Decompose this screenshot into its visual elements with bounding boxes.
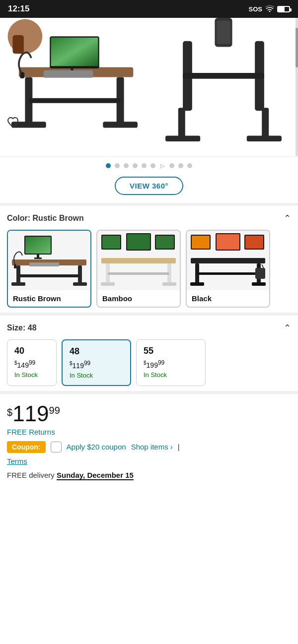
color-option-img-rustic-brown xyxy=(8,231,90,290)
product-image-area xyxy=(0,18,298,157)
size-section: Size: 48 ⌃ 40 $14999 In Stock 48 $11999 … xyxy=(0,316,298,391)
size-price-cents-40: 99 xyxy=(29,359,35,366)
free-returns: FREE Returns xyxy=(7,428,291,436)
svg-rect-55 xyxy=(245,236,263,249)
color-label-bamboo: Bamboo xyxy=(97,290,180,307)
size-num-48: 48 xyxy=(70,346,123,357)
terms-link[interactable]: Terms xyxy=(7,457,27,465)
svg-rect-28 xyxy=(37,255,39,258)
size-price-cents-55: 99 xyxy=(158,359,164,366)
svg-rect-35 xyxy=(18,274,80,277)
svg-rect-10 xyxy=(44,70,93,78)
coupon-checkbox[interactable] xyxy=(51,442,62,452)
dot-7[interactable] xyxy=(169,163,174,168)
delivery-date: Sunday, December 15 xyxy=(57,471,134,480)
color-option-rustic-brown[interactable]: Rustic Brown xyxy=(7,230,91,308)
size-price-whole-40: 149 xyxy=(17,361,29,369)
size-num-40: 40 xyxy=(14,346,49,356)
coupon-divider: | xyxy=(178,443,180,451)
sos-label: SOS xyxy=(249,5,262,13)
dot-8[interactable] xyxy=(178,163,183,168)
coupon-apply-text[interactable]: Apply $20 coupon xyxy=(67,443,126,451)
dot-1[interactable] xyxy=(115,163,120,168)
svg-rect-48 xyxy=(162,282,176,286)
color-chevron-icon[interactable]: ⌃ xyxy=(284,213,291,224)
price-dollar-sign: $ xyxy=(7,407,12,418)
svg-rect-27 xyxy=(25,237,51,254)
size-selected-value: 48 xyxy=(28,323,37,332)
color-option-bamboo[interactable]: Bamboo xyxy=(96,230,181,308)
dot-4[interactable] xyxy=(142,163,147,168)
dot-9[interactable] xyxy=(187,163,192,168)
svg-rect-61 xyxy=(197,272,259,275)
svg-rect-6 xyxy=(51,38,98,66)
product-image-right xyxy=(149,18,298,156)
svg-rect-62 xyxy=(255,268,265,279)
coupon-row: Coupon: Apply $20 coupon Shop items › | xyxy=(7,441,291,453)
svg-rect-9 xyxy=(20,72,24,78)
size-num-55: 55 xyxy=(144,346,198,356)
size-stock-40: In Stock xyxy=(14,371,49,379)
svg-rect-53 xyxy=(217,234,239,250)
coupon-badge: Coupon: xyxy=(7,441,46,453)
svg-rect-14 xyxy=(103,122,138,128)
color-option-black[interactable]: Black xyxy=(186,230,270,308)
svg-rect-22 xyxy=(165,135,200,141)
wifi-icon xyxy=(265,5,274,13)
size-price-55: $19999 xyxy=(144,359,198,369)
price-section: $ 119 99 FREE Returns Coupon: Apply $20 … xyxy=(0,394,298,492)
size-price-cents-48: 99 xyxy=(84,360,90,367)
terms-row: Terms xyxy=(7,457,291,466)
color-label-prefix: Color: xyxy=(7,214,33,222)
svg-rect-2 xyxy=(13,35,24,54)
dot-0[interactable] xyxy=(106,163,111,168)
color-option-img-black xyxy=(187,231,269,290)
dot-2[interactable] xyxy=(124,163,129,168)
color-selected-value: Rustic Brown xyxy=(33,214,84,222)
desk-image-right xyxy=(149,18,298,151)
shop-items-link[interactable]: Shop items › xyxy=(131,443,173,451)
size-option-55[interactable]: 55 $19999 In Stock xyxy=(136,339,206,386)
price-whole: 119 xyxy=(12,403,49,425)
size-options-list: 40 $14999 In Stock 48 $11999 In Stock 55… xyxy=(7,339,291,386)
svg-rect-58 xyxy=(190,282,204,286)
size-chevron-icon[interactable]: ⌃ xyxy=(284,322,291,333)
size-label-prefix: Size: xyxy=(7,323,28,332)
size-price-40: $14999 xyxy=(14,359,49,369)
svg-rect-21 xyxy=(178,108,185,139)
color-section: Color: Rustic Brown ⌃ xyxy=(0,206,298,313)
dot-5[interactable] xyxy=(150,163,155,168)
color-section-header: Color: Rustic Brown ⌃ xyxy=(7,213,291,224)
scrollbar-thumb xyxy=(296,28,298,67)
svg-rect-32 xyxy=(11,282,25,286)
size-stock-55: In Stock xyxy=(144,371,198,379)
svg-rect-37 xyxy=(29,262,59,266)
dot-play[interactable]: ▷ xyxy=(159,163,165,169)
status-bar: 12:15 SOS xyxy=(0,0,298,18)
svg-rect-17 xyxy=(217,21,230,44)
size-price-whole-55: 199 xyxy=(147,361,158,369)
color-options-list: Rustic Brown xyxy=(7,230,291,308)
wishlist-button[interactable] xyxy=(7,117,20,131)
size-option-40[interactable]: 40 $14999 In Stock xyxy=(7,339,57,386)
image-dots: ▷ xyxy=(0,157,298,173)
scrollbar[interactable] xyxy=(296,18,298,156)
svg-rect-29 xyxy=(34,258,42,259)
svg-point-0 xyxy=(269,10,271,12)
size-option-48[interactable]: 48 $11999 In Stock xyxy=(62,339,131,386)
price-frac: 99 xyxy=(49,405,60,416)
status-time: 12:15 xyxy=(8,4,29,14)
svg-rect-15 xyxy=(29,98,120,103)
view360-row: VIEW 360° xyxy=(0,173,298,203)
delivery-prefix: FREE delivery xyxy=(7,471,57,479)
size-section-header: Size: 48 ⌃ xyxy=(7,322,291,333)
svg-rect-36 xyxy=(14,264,16,268)
dot-3[interactable] xyxy=(133,163,138,168)
svg-rect-46 xyxy=(101,282,115,286)
svg-rect-34 xyxy=(73,282,87,286)
size-stock-48: In Stock xyxy=(70,372,123,379)
view360-button[interactable]: VIEW 360° xyxy=(115,177,183,195)
status-right: SOS xyxy=(249,5,290,13)
svg-rect-39 xyxy=(102,236,120,249)
svg-rect-43 xyxy=(156,236,174,249)
